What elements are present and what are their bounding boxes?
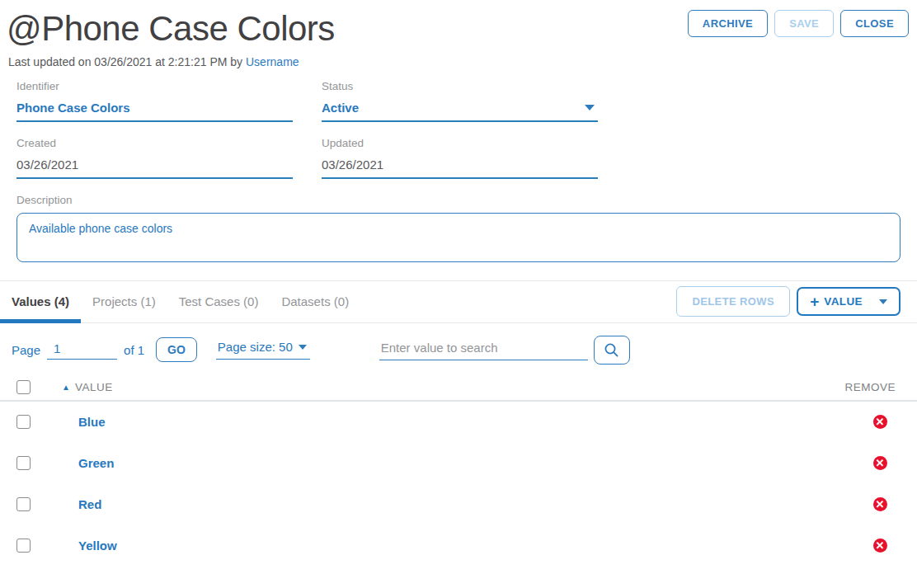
tab-datasets[interactable]: Datasets (0) (270, 281, 360, 322)
row-remove-cell: ✕ (843, 539, 917, 553)
search-icon (604, 342, 619, 358)
table-row: Yellow ✕ (0, 525, 917, 567)
sort-asc-icon[interactable]: ▲ (62, 383, 70, 392)
created-label: Created (16, 137, 293, 149)
row-checkbox[interactable] (16, 415, 31, 429)
tab-actions: DELETE ROWS + VALUE (676, 281, 901, 322)
updated-input[interactable] (322, 156, 598, 179)
plus-icon: + (810, 296, 819, 308)
description-field-group: Description (16, 194, 901, 266)
delete-rows-button[interactable]: DELETE ROWS (676, 286, 790, 317)
add-value-button[interactable]: + VALUE (797, 287, 901, 316)
last-updated-prefix: Last updated on 03/26/2021 at 2:21:21 PM… (8, 55, 246, 68)
row-remove-cell: ✕ (843, 497, 917, 511)
select-all-checkbox[interactable] (16, 380, 31, 394)
page-title: @Phone Case Colors (7, 7, 335, 52)
updated-by-link[interactable]: Username (246, 55, 299, 68)
row-remove-cell: ✕ (843, 415, 917, 429)
row-value-cell: Green (62, 456, 843, 470)
value-column-header[interactable]: ▲ VALUE (62, 381, 843, 393)
remove-row-icon[interactable]: ✕ (873, 497, 887, 511)
row-checkbox[interactable] (16, 456, 31, 470)
page-size-select[interactable]: Page size: 50 (216, 340, 310, 360)
phone-case-colors-page: @Phone Case Colors Last updated on 03/26… (0, 0, 917, 588)
table-row: Green ✕ (0, 443, 917, 484)
add-value-label: VALUE (824, 295, 863, 308)
status-field-group: Status Active (322, 80, 598, 122)
identifier-input[interactable] (16, 99, 293, 122)
value-link[interactable]: Red (78, 497, 101, 511)
tab-values[interactable]: Values (4) (0, 281, 81, 322)
row-checkbox[interactable] (16, 539, 31, 553)
close-button[interactable]: CLOSE (840, 10, 909, 37)
value-link[interactable]: Blue (78, 415, 106, 429)
row-remove-cell: ✕ (843, 456, 917, 470)
tab-bar: Values (4) Projects (1) Test Cases (0) D… (0, 281, 917, 323)
header-titles: @Phone Case Colors Last updated on 03/26… (7, 7, 335, 68)
identifier-label: Identifier (16, 80, 293, 92)
form-grid: Identifier Status Active Created Updated (16, 80, 901, 194)
page-size-label: Page size: 50 (218, 340, 293, 354)
table-row: Red ✕ (0, 484, 917, 525)
value-link[interactable]: Yellow (78, 539, 117, 553)
value-link[interactable]: Green (78, 456, 114, 470)
created-field-group: Created (16, 137, 293, 179)
table-row: Blue ✕ (0, 402, 917, 443)
chevron-down-icon[interactable] (879, 299, 887, 304)
header-actions: ARCHIVE SAVE CLOSE (688, 10, 909, 37)
row-value-cell: Yellow (62, 539, 843, 553)
page-header: @Phone Case Colors Last updated on 03/26… (0, 0, 917, 68)
status-select[interactable]: Active (322, 99, 598, 122)
row-checkbox[interactable] (16, 497, 31, 511)
remove-row-icon[interactable]: ✕ (873, 415, 887, 429)
search-button[interactable] (594, 336, 630, 365)
remove-row-icon[interactable]: ✕ (873, 539, 887, 553)
row-checkbox-cell (0, 456, 62, 470)
archive-button[interactable]: ARCHIVE (688, 10, 768, 37)
last-updated-text: Last updated on 03/26/2021 at 2:21:21 PM… (8, 55, 335, 68)
table-header-row: ▲ VALUE REMOVE (0, 374, 917, 402)
go-button[interactable]: GO (156, 337, 197, 362)
tab-projects[interactable]: Projects (1) (81, 281, 167, 322)
remove-header-label: REMOVE (844, 381, 896, 393)
chevron-down-icon (585, 105, 595, 111)
description-textarea[interactable] (16, 213, 901, 262)
tab-test-cases[interactable]: Test Cases (0) (167, 281, 270, 322)
row-checkbox-cell (0, 415, 62, 429)
description-label: Description (16, 194, 901, 206)
row-checkbox-cell (0, 497, 62, 511)
details-form: Identifier Status Active Created Updated… (0, 68, 917, 266)
created-input[interactable] (16, 156, 293, 179)
page-number-input[interactable] (47, 340, 117, 360)
remove-row-icon[interactable]: ✕ (873, 456, 887, 470)
row-value-cell: Blue (62, 415, 843, 429)
chevron-down-icon (299, 345, 307, 350)
search-group (379, 336, 630, 365)
row-value-cell: Red (62, 497, 843, 511)
updated-field-group: Updated (322, 137, 598, 179)
status-label: Status (322, 80, 598, 92)
pagination-bar: Page of 1 GO Page size: 50 (0, 323, 917, 373)
remove-column-header: REMOVE (843, 381, 917, 393)
status-value: Active (322, 101, 359, 115)
row-checkbox-cell (0, 539, 62, 553)
save-button[interactable]: SAVE (774, 10, 834, 37)
header-checkbox-cell (0, 380, 62, 394)
identifier-field-group: Identifier (16, 80, 293, 122)
value-header-label: VALUE (75, 381, 113, 393)
updated-label: Updated (322, 137, 598, 149)
search-input[interactable] (379, 339, 588, 360)
page-label: Page (12, 343, 40, 357)
page-of-label: of 1 (124, 343, 144, 357)
